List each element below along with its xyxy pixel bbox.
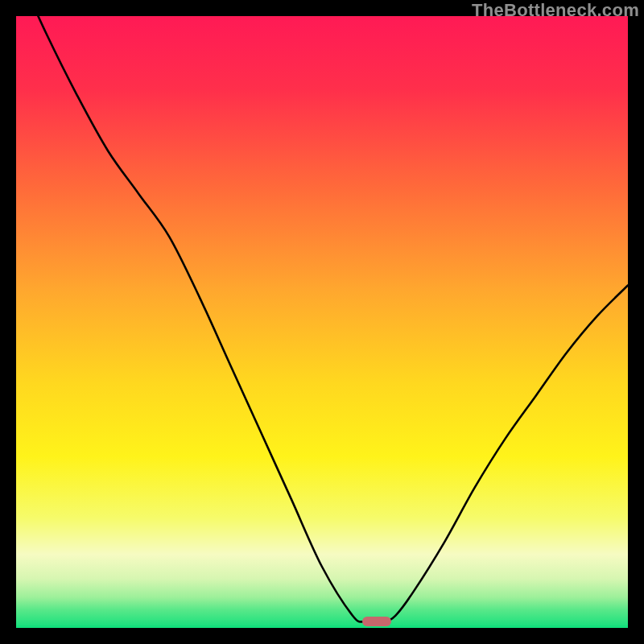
chart-stage: TheBottleneck.com bbox=[0, 0, 644, 644]
bottleneck-curve bbox=[16, 16, 628, 628]
watermark: TheBottleneck.com bbox=[472, 0, 639, 21]
plot-area bbox=[16, 16, 628, 628]
optimal-marker bbox=[362, 617, 391, 626]
baseline bbox=[16, 625, 628, 628]
